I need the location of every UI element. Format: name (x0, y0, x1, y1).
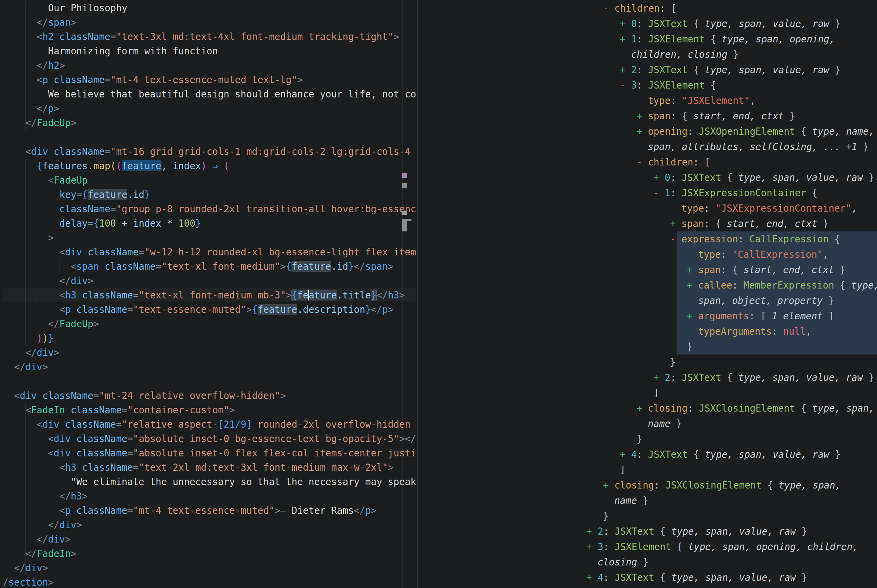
ast-row[interactable]: type: "JSXElement", (417, 93, 877, 108)
code-line-current[interactable]: <h3 className="text-xl font-medium mb-3"… (3, 288, 416, 302)
ast-row[interactable]: type: "JSXExpressionContainer", (417, 201, 877, 216)
code-line[interactable]: <FadeIn className="container-custom"> (3, 403, 416, 417)
ast-row[interactable]: name } (417, 493, 877, 508)
code-line[interactable]: <div className="relative aspect-[21/9] r… (3, 417, 416, 431)
ast-row[interactable]: - 3: JSXElement { (417, 78, 877, 93)
ast-row[interactable]: + closing: JSXClosingElement { type, spa… (417, 478, 877, 493)
ast-row[interactable]: + arguments: [ 1 element ] (417, 308, 877, 324)
code-line[interactable]: ))} (3, 331, 416, 345)
ast-row[interactable]: ] (417, 462, 877, 478)
ast-row[interactable]: } (417, 354, 877, 370)
code-line[interactable]: <h2 className="text-3xl md:text-4xl font… (3, 29, 416, 44)
code-line[interactable]: </span> (3, 15, 416, 29)
ast-row[interactable]: closing } (417, 555, 877, 570)
code-line[interactable]: delay={100 + index * 100} (3, 216, 416, 230)
ast-row[interactable]: - children: [ (417, 154, 877, 170)
code-line[interactable]: </FadeIn> (3, 546, 416, 561)
code-line[interactable]: <FadeUp (3, 173, 416, 188)
ast-row[interactable]: + 4: JSXText { type, span, value, raw } (417, 447, 877, 462)
code-line[interactable]: We believe that beautiful design should … (3, 87, 416, 101)
ast-row[interactable]: - 1: JSXExpressionContainer { (417, 185, 877, 201)
code-line[interactable]: "We eliminate the unnecessary so that th… (3, 474, 416, 489)
code-line[interactable]: <h3 className="text-2xl md:text-3xl font… (3, 460, 416, 474)
code-line[interactable] (3, 374, 416, 388)
ast-row[interactable]: typeArguments: null, (417, 324, 877, 339)
code-line[interactable]: <span className="text-xl font-medium">{f… (3, 259, 416, 273)
code-line[interactable] (3, 130, 416, 144)
ast-pane[interactable]: - children: [+ 0: JSXText { type, span, … (417, 0, 877, 588)
ast-row[interactable]: + 0: JSXText { type, span, value, raw } (417, 16, 877, 32)
app-window: Our Philosophy </span> <h2 className="te… (0, 0, 877, 588)
code-line[interactable]: </div> (3, 360, 416, 374)
ast-row[interactable]: name } (417, 416, 877, 431)
ast-row[interactable]: + callee: MemberExpression { type, (417, 278, 877, 293)
ast-row[interactable]: + 1: JSXElement { type, span, opening, (417, 32, 877, 47)
code-line[interactable]: <p className="mt-4 text-essence-muted">—… (3, 503, 416, 518)
code-line[interactable]: {features.map((feature, index) ⇒ ( (3, 159, 416, 173)
ast-row[interactable]: - children: [ (417, 1, 877, 16)
ast-row[interactable]: } (417, 508, 877, 524)
text-cursor (308, 290, 309, 300)
code-line[interactable]: <div className="absolute inset-0 flex fl… (3, 446, 416, 460)
code-line[interactable]: </div> (3, 561, 416, 575)
overview-ruler-marker (402, 173, 407, 178)
code-line[interactable]: Harmonizing form with function (3, 44, 416, 58)
code-pane[interactable]: Our Philosophy </span> <h2 className="te… (0, 0, 416, 588)
code-line[interactable]: </FadeUp> (3, 316, 416, 331)
ast-row[interactable]: span, attributes, selfClosing, ... +1 } (417, 139, 877, 154)
ast-row[interactable]: + 2: JSXText { type, span, value, raw } (417, 62, 877, 78)
code-line[interactable]: </div> (3, 532, 416, 546)
ast-row[interactable]: - expression: CallExpression { (417, 231, 877, 247)
code-line[interactable]: </div> (3, 345, 416, 360)
code-line[interactable]: <div className="w-12 h-12 rounded-xl bg-… (3, 245, 416, 259)
ast-row[interactable]: children, closing } (417, 47, 877, 62)
overview-ruler-marker (402, 211, 407, 215)
ast-row[interactable]: + 2: JSXText { type, span, value, raw } (417, 370, 877, 385)
code-line[interactable]: <p className="mt-4 text-essence-muted te… (3, 72, 416, 87)
ast-row[interactable]: } (417, 431, 877, 447)
code-line[interactable]: className="group p-8 rounded-2xl transit… (3, 202, 416, 216)
code-line[interactable]: Our Philosophy (3, 1, 416, 15)
code-line[interactable]: </div> (3, 273, 416, 288)
overview-ruler-marker (402, 183, 407, 188)
code-line[interactable]: <p className="text-essence-muted">{featu… (3, 302, 416, 316)
code-line[interactable]: <div className="absolute inset-0 bg-esse… (3, 431, 416, 446)
ast-row[interactable]: + 2: JSXText { type, span, value, raw } (417, 524, 877, 539)
ast-row[interactable]: + span: { start, end, ctxt } (417, 262, 877, 278)
overview-ruler-marker (402, 219, 411, 221)
ast-row[interactable]: } (417, 339, 877, 354)
ast-row[interactable]: + 3: JSXElement { type, span, opening, c… (417, 539, 877, 555)
ast-row[interactable]: ] (417, 385, 877, 400)
ast-row[interactable]: + opening: JSXOpeningElement { type, nam… (417, 124, 877, 139)
code-line[interactable]: <div className="mt-16 grid grid-cols-1 m… (3, 144, 416, 159)
ast-row[interactable]: type: "CallExpression", (417, 247, 877, 262)
code-line[interactable]: <div className="mt-24 relative overflow-… (3, 388, 416, 403)
ast-row[interactable]: + 0: JSXText { type, span, value, raw } (417, 170, 877, 185)
ast-row[interactable]: + 4: JSXText { type, span, value, raw } (417, 570, 877, 585)
code-line[interactable]: key={feature.id} (3, 188, 416, 202)
ast-row[interactable]: span, object, property } (417, 293, 877, 308)
code-line[interactable]: </h2> (3, 58, 416, 72)
code-line[interactable]: </p> (3, 101, 416, 116)
code-line[interactable]: > (3, 230, 416, 245)
overview-ruler-marker (402, 221, 407, 231)
ast-row[interactable]: + span: { start, end, ctxt } (417, 108, 877, 124)
code-line[interactable]: </FadeUp> (3, 116, 416, 130)
code-line[interactable]: </h3> (3, 489, 416, 503)
ast-row[interactable]: + span: { start, end, ctxt } (417, 216, 877, 231)
code-line[interactable]: </div> (3, 518, 416, 532)
ast-row[interactable]: + closing: JSXClosingElement { type, spa… (417, 400, 877, 416)
code-line[interactable]: /section> (3, 575, 416, 588)
